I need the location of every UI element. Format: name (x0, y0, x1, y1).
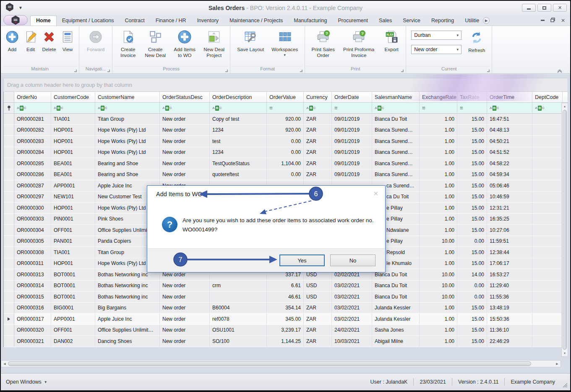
scroll-down-icon[interactable]: ▼ (562, 350, 568, 356)
maximize-button[interactable] (537, 4, 551, 12)
vertical-scrollbar[interactable]: ▲ ▼ (561, 103, 568, 357)
filter-cell-orderdate[interactable]: = (332, 103, 372, 113)
print-proforma-invoice-button[interactable]: ? Print Proforma Invoice (339, 29, 378, 60)
filter-cell-orderdescription[interactable]: ABC (210, 103, 267, 113)
tab-equipment-locations[interactable]: Equipment / Locations (57, 16, 120, 26)
workspaces-button[interactable]: Workspaces ▼ (270, 29, 300, 58)
filter-cell-taxrate[interactable]: = (457, 103, 487, 113)
create-invoice-button[interactable]: Create Invoice (115, 29, 141, 60)
column-header-orderdate[interactable]: OrderDate (332, 92, 372, 102)
save-layout-button[interactable]: Save Layout (235, 29, 266, 54)
table-row[interactable]: OR0000285BEA001Bearing and ShoeNew order… (4, 158, 568, 169)
tab-scroll-right-icon[interactable]: ▶ (483, 17, 490, 24)
add-button[interactable]: Add (3, 29, 21, 54)
horizontal-scrollbar[interactable]: ◀ ▶ (1, 360, 561, 367)
table-row[interactable]: OR0000321DAN002Dancing ShoesNew orderSO/… (4, 336, 568, 347)
column-header-ordertime[interactable]: OrderTime (487, 92, 532, 102)
tab-service[interactable]: Service (397, 16, 426, 26)
group-launcher-icon[interactable] (74, 70, 77, 72)
close-button[interactable]: ✕ (553, 4, 567, 12)
tab-sales[interactable]: Sales (373, 16, 397, 26)
status-combo[interactable]: New order ▼ (411, 45, 461, 54)
table-row[interactable]: OR0000282HOP001Hope Works (Pty) LtdNew o… (4, 125, 568, 136)
group-launcher-icon[interactable] (107, 70, 110, 72)
scroll-right-icon[interactable]: ▶ (554, 362, 561, 366)
filter-cell-customercode[interactable]: ABC (51, 103, 95, 113)
refresh-button[interactable]: Refresh (467, 29, 487, 55)
tab-reporting[interactable]: Reporting (426, 16, 459, 26)
resize-grip[interactable] (562, 382, 568, 388)
group-launcher-icon[interactable] (300, 70, 302, 72)
table-row[interactable]: OR0000320OFF001Office Supplies Unlimit…N… (4, 325, 568, 336)
no-button[interactable]: No (330, 254, 375, 266)
delete-button[interactable]: Delete (40, 29, 58, 54)
tab-procurement[interactable]: Procurement (332, 16, 373, 26)
column-header-customercode[interactable]: CustomerCode (51, 92, 95, 102)
tab-utilitie[interactable]: Utilitie (459, 16, 485, 26)
tab-home[interactable]: Home (30, 16, 57, 26)
ribbon-group-format: Save Layout Workspaces ▼ Format (230, 26, 305, 73)
column-header-orderdescription[interactable]: OrderDescription (210, 92, 267, 102)
column-header-orderstatusdesc[interactable]: OrderStatusDesc (160, 92, 210, 102)
mdi-minimize-icon[interactable] (541, 20, 545, 21)
tab-manufacturing[interactable]: Manufacturing (288, 16, 332, 26)
column-header-orderno[interactable]: OrderNo (14, 92, 51, 102)
application-button[interactable] (3, 15, 28, 25)
view-button[interactable]: View (59, 29, 76, 54)
filter-pin-icon[interactable] (4, 103, 14, 113)
filter-cell-currency[interactable]: ABC (304, 103, 332, 113)
table-row[interactable]: OR0000315BOT0001Bothas Networking incNew… (4, 291, 568, 303)
column-header-ordervalue[interactable]: OrderValue (267, 92, 304, 102)
filter-cell-orderstatusdesc[interactable]: ABC (160, 103, 210, 113)
table-row[interactable]: OR0000286BEA001Bearing and ShoeNew order… (4, 169, 568, 181)
minimize-button[interactable] (522, 4, 536, 12)
table-row[interactable]: OR0000284HOP001Hope Works (Pty) LtdNew o… (4, 147, 568, 158)
quick-access-dropdown-icon[interactable]: ▼ (18, 5, 23, 10)
horizontal-scroll-thumb[interactable] (8, 361, 531, 366)
group-launcher-icon[interactable] (487, 70, 490, 72)
column-header-customername[interactable]: CustomerName (95, 92, 160, 102)
table-row[interactable]: OR0000316BIG0001Big BargainsNew orderB60… (4, 303, 568, 314)
new-deal-project-button[interactable]: New Deal Project (201, 29, 227, 60)
group-launcher-icon[interactable] (401, 70, 404, 72)
filter-cell-ordertime[interactable]: ABC (487, 103, 532, 113)
table-row[interactable]: OR0000283HOP001Hope Works (Pty) LtdNew o… (4, 136, 568, 147)
group-launcher-icon[interactable] (225, 70, 228, 72)
filter-cell-deptcode[interactable]: ABC (532, 103, 563, 113)
tab-finance-hr[interactable]: Finance / HR (150, 16, 192, 26)
open-windows-button[interactable]: Open Windows▼ (1, 379, 47, 385)
tab-contract[interactable]: Contract (119, 16, 150, 26)
site-combo[interactable]: Durban ▼ (411, 31, 461, 40)
vertical-scroll-thumb[interactable] (563, 110, 567, 350)
column-header-salesmanname[interactable]: SalesmanName (372, 92, 420, 102)
yes-button[interactable]: Yes (279, 254, 325, 266)
column-header-taxrate[interactable]: TaxRate (457, 92, 487, 102)
edit-button[interactable]: Edit (22, 29, 39, 54)
scroll-up-icon[interactable]: ▲ (562, 103, 568, 109)
group-by-panel[interactable]: Drag a column header here to group by th… (3, 78, 568, 92)
create-new-deal-button[interactable]: Create New Deal (142, 29, 169, 60)
column-header-deptcode[interactable]: DeptCode (532, 92, 563, 102)
column-header-currency[interactable]: Currency (304, 92, 332, 102)
filter-cell-customername[interactable]: ABC (95, 103, 160, 113)
filter-cell-ordervalue[interactable]: = (267, 103, 304, 113)
filter-cell-salesmanname[interactable]: ABC (372, 103, 420, 113)
mdi-close-icon[interactable]: ✕ (561, 18, 565, 23)
export-button[interactable]: XLSX Export (381, 29, 402, 54)
filter-cell-exchangerate[interactable]: = (420, 103, 457, 113)
filter-cell-orderno[interactable]: ABC (14, 103, 51, 113)
dialog-close-icon[interactable]: ✕ (373, 190, 378, 197)
table-row[interactable]: OR0000281TIA001Titan GroupNew orderCopy … (4, 114, 568, 125)
scroll-left-icon[interactable]: ◀ (1, 362, 8, 366)
tab-inventory[interactable]: Inventory (192, 16, 224, 26)
row-indicator-cell (4, 303, 14, 314)
collapse-ribbon-icon[interactable] (557, 67, 563, 71)
tab-maintenance-projects[interactable]: Maintenance / Projects (224, 16, 288, 26)
print-sales-order-button[interactable]: ? Print Sales Order (309, 29, 337, 60)
table-row[interactable]: OR0000314BOT0001Bothas Networking incNew… (4, 280, 568, 292)
add-items-to-wo-button[interactable]: Add Items to WO (169, 29, 200, 60)
column-header-exchangerate[interactable]: ExchangeRate (420, 92, 457, 102)
cell-deptcode (532, 314, 563, 325)
mdi-restore-icon[interactable] (550, 18, 555, 23)
table-row[interactable]: OR0000317APP0001Apple Juice IncNew order… (4, 314, 568, 325)
